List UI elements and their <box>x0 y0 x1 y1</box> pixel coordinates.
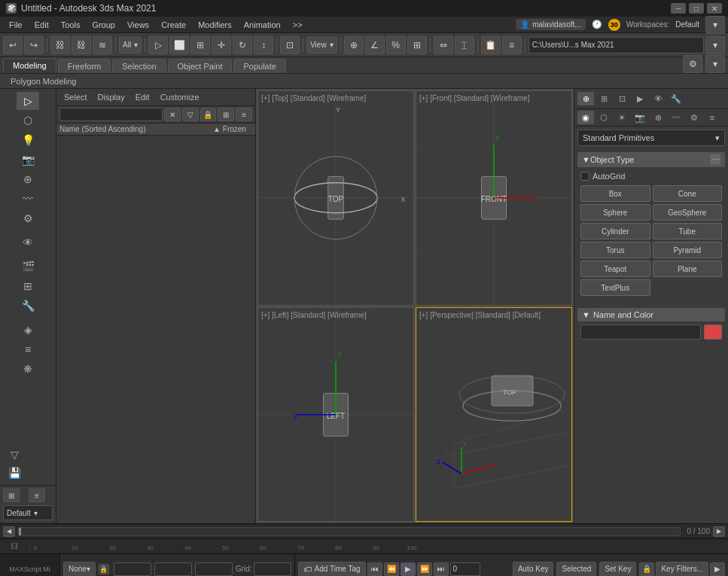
coord-y-input[interactable] <box>154 562 192 576</box>
rp-icon-utilities[interactable]: 🔧 <box>668 92 684 105</box>
maxscript-mini[interactable]: MAXScript Mi <box>0 554 60 576</box>
scene-lock-btn[interactable]: 🔒 <box>200 108 217 121</box>
obj-type-cone[interactable]: Cone <box>653 185 723 202</box>
anim-skip-back-btn[interactable]: ⏮ <box>367 562 382 576</box>
maximize-button[interactable]: □ <box>689 3 704 14</box>
menu-tools[interactable]: Tools <box>55 19 87 31</box>
left-icon-animation[interactable]: ❋ <box>17 360 39 378</box>
layer-dropdown[interactable]: Default ▾ <box>3 505 53 520</box>
link-button[interactable]: ⛓ <box>50 36 70 54</box>
select-move-button[interactable]: ✛ <box>212 36 231 54</box>
timeline-next-btn[interactable]: ▶ <box>713 526 725 537</box>
obj-type-pyramid[interactable]: Pyramid <box>653 242 723 258</box>
left-icon-select[interactable]: ▷ <box>17 92 39 110</box>
obj-type-torus[interactable]: Torus <box>580 242 650 258</box>
rp-icon-motion[interactable]: ▶ <box>632 92 648 105</box>
ribbon-button[interactable]: ≡ <box>502 36 522 54</box>
viewport-front[interactable]: [+] [Front] [Standard] [Wireframe] FRONT… <box>416 90 572 306</box>
left-icon-filter[interactable]: ▽ <box>3 446 26 464</box>
scene-options-btn[interactable]: ≡ <box>236 108 252 121</box>
angle-snap[interactable]: ∠ <box>365 36 385 54</box>
rp-sub-geometry[interactable]: ◉ <box>577 111 594 124</box>
unlink-button[interactable]: ⛓ <box>72 36 91 54</box>
reference-coord-button[interactable]: ⊡ <box>280 36 300 54</box>
timeline-track[interactable] <box>18 527 681 536</box>
anim-next-btn[interactable]: ⏩ <box>417 562 432 576</box>
key-filter-btn-1[interactable]: 🔒 <box>639 562 654 576</box>
anim-prev-btn[interactable]: ⏪ <box>384 562 399 576</box>
close-button[interactable]: ✕ <box>707 3 722 14</box>
rp-sub-helpers[interactable]: ⊕ <box>650 111 666 124</box>
color-swatch-button[interactable] <box>704 325 722 340</box>
select-scale-button[interactable]: ↕ <box>254 36 273 54</box>
scene-tab-display[interactable]: Display <box>93 92 129 102</box>
scene-tab-edit[interactable]: Edit <box>131 92 154 102</box>
timeline-prev-btn[interactable]: ◀ <box>3 526 15 537</box>
window-controls[interactable]: ─ □ ✕ <box>671 3 722 14</box>
left-icon-save[interactable]: 💾 <box>3 464 26 482</box>
object-name-input[interactable] <box>580 325 701 340</box>
select-rotate-button[interactable]: ↻ <box>233 36 252 54</box>
rp-icon-display[interactable]: 👁 <box>650 92 666 105</box>
rp-icon-hierarchy[interactable]: ⊡ <box>614 92 630 105</box>
tab-object-paint[interactable]: Object Paint <box>168 59 233 73</box>
spinner-snap[interactable]: ⊞ <box>407 36 427 54</box>
add-time-tag-button[interactable]: 🏷 Add Time Tag <box>298 562 366 577</box>
menu-modifiers[interactable]: Modifiers <box>192 19 238 31</box>
tab-selection[interactable]: Selection <box>112 59 166 73</box>
rp-sub-more[interactable]: ≡ <box>704 111 720 124</box>
mirror-button[interactable]: ⇔ <box>434 36 453 54</box>
selected-button[interactable]: Selected <box>556 562 596 577</box>
coord-lock-icon[interactable]: 🔒 <box>99 564 109 574</box>
select-object-button[interactable]: ▷ <box>148 36 168 54</box>
time-value-input[interactable] <box>450 562 480 576</box>
path-arrow-icon[interactable]: ▾ <box>705 36 725 54</box>
grid-value-input[interactable] <box>254 562 291 576</box>
obj-type-textplus[interactable]: TextPlus <box>580 279 650 296</box>
coord-z-input[interactable] <box>195 562 233 576</box>
snap-toggle[interactable]: ⊕ <box>344 36 364 54</box>
notification-badge[interactable]: 30 <box>608 19 620 31</box>
rp-sub-shapes[interactable]: ⬡ <box>595 111 612 124</box>
filter-dropdown[interactable]: All ▾ <box>119 37 142 53</box>
user-badge[interactable]: 👤 malavidasoft... <box>516 19 585 30</box>
scene-tab-select[interactable]: Select <box>59 92 92 102</box>
obj-type-plane[interactable]: Plane <box>653 261 723 277</box>
left-icon-systems[interactable]: ⚙ <box>17 209 39 227</box>
left-icon-display[interactable]: 👁 <box>17 233 39 251</box>
anim-skip-forward-btn[interactable]: ⏭ <box>434 562 449 576</box>
redo-button[interactable]: ↪ <box>24 36 44 54</box>
left-icon-motion[interactable]: 🎬 <box>17 258 39 276</box>
obj-type-box[interactable]: Box <box>580 185 650 202</box>
obj-type-geosphere[interactable]: GeoSphere <box>653 204 723 221</box>
select-region-button[interactable]: ⬜ <box>169 36 189 54</box>
bind-space-warp[interactable]: ≋ <box>93 36 112 54</box>
coord-x-input[interactable] <box>114 562 151 576</box>
autogrid-checkbox[interactable] <box>580 172 589 181</box>
rp-sub-lights[interactable]: ☀ <box>614 111 630 124</box>
scene-tab-customize[interactable]: Customize <box>156 92 204 102</box>
scene-cols-btn[interactable]: ⊞ <box>218 108 234 121</box>
undo-button[interactable]: ↩ <box>3 36 23 54</box>
left-icon-shapes[interactable]: ⬡ <box>17 111 39 130</box>
sub-tab-polygon-modeling[interactable]: Polygon Modeling <box>3 76 84 87</box>
ruler-track[interactable]: 0 10 20 30 40 50 60 70 80 90 100 <box>30 539 728 553</box>
obj-type-sphere[interactable]: Sphere <box>580 204 650 221</box>
rp-icon-create[interactable]: ⊕ <box>577 92 594 105</box>
primitive-type-dropdown[interactable]: Standard Primitives ▾ <box>577 130 725 146</box>
scene-filter-btn[interactable]: ▽ <box>182 108 199 121</box>
auto-key-button[interactable]: Auto Key <box>513 562 554 577</box>
layer-btn-2[interactable]: ≡ <box>29 489 45 502</box>
layer-manager-button[interactable]: 📋 <box>481 36 501 54</box>
window-crossing-button[interactable]: ⊞ <box>190 36 210 54</box>
menu-animation[interactable]: Animation <box>238 19 287 31</box>
viewport-perspective[interactable]: [+] [Perspective] [Standard] [Default] <box>416 307 572 523</box>
key-filters-button[interactable]: Key Filters... <box>656 562 708 577</box>
scene-search-clear[interactable]: ✕ <box>164 108 181 121</box>
tab-settings-button[interactable]: ⚙ <box>683 55 702 73</box>
rp-sub-cameras[interactable]: 📷 <box>632 111 648 124</box>
menu-views[interactable]: Views <box>121 19 155 31</box>
name-color-header[interactable]: ▼ Name and Color <box>577 308 725 322</box>
layer-btn-1[interactable]: ⊞ <box>3 489 20 502</box>
left-icon-spacewarps[interactable]: 〰 <box>17 190 39 208</box>
